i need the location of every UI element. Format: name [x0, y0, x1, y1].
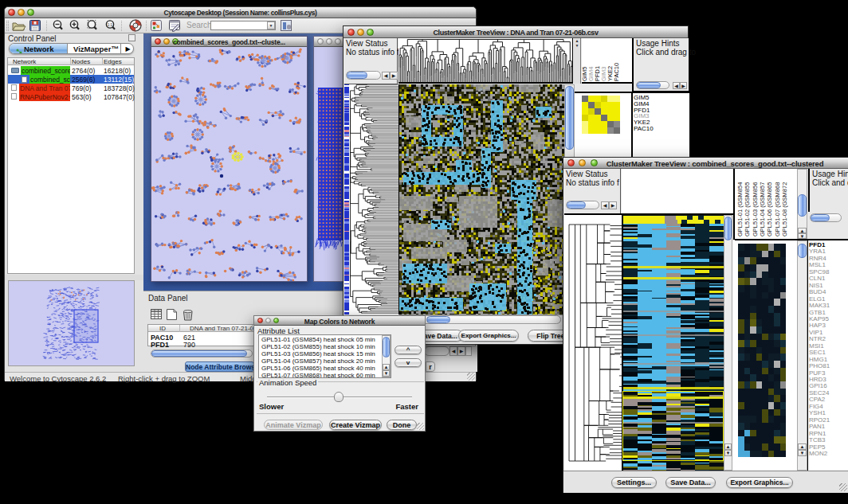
svg-text:1:1: 1:1 [108, 23, 113, 27]
